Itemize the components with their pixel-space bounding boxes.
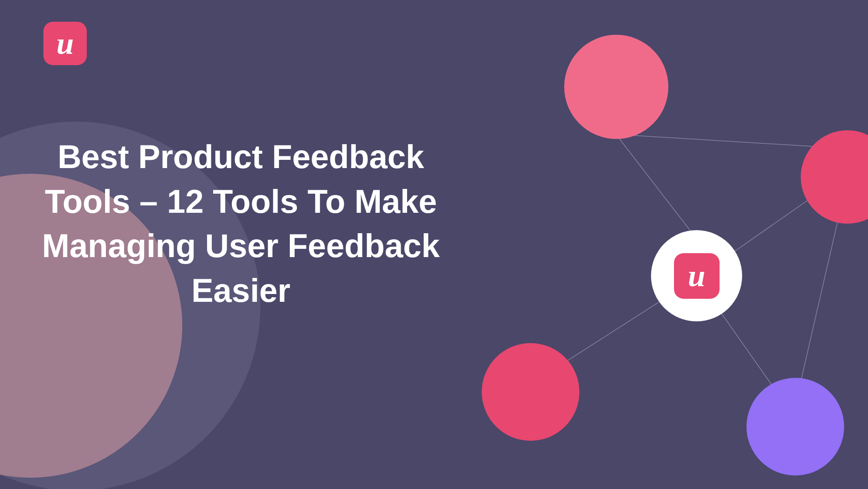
userpilot-logo-center: u (674, 253, 720, 299)
network-node-center: u (651, 230, 742, 321)
logo-letter-center: u (688, 260, 705, 291)
page-title: Best Product Feedback Tools – 12 Tools T… (30, 135, 451, 313)
svg-line-5 (799, 221, 838, 391)
userpilot-logo: u (43, 22, 87, 65)
logo-letter: u (56, 28, 74, 59)
svg-line-2 (621, 135, 833, 148)
svg-line-0 (616, 135, 697, 239)
network-node-top (564, 35, 668, 139)
network-node-bottom-right (746, 378, 844, 476)
network-diagram: u (391, 0, 868, 489)
network-node-bottom-left (482, 343, 579, 441)
